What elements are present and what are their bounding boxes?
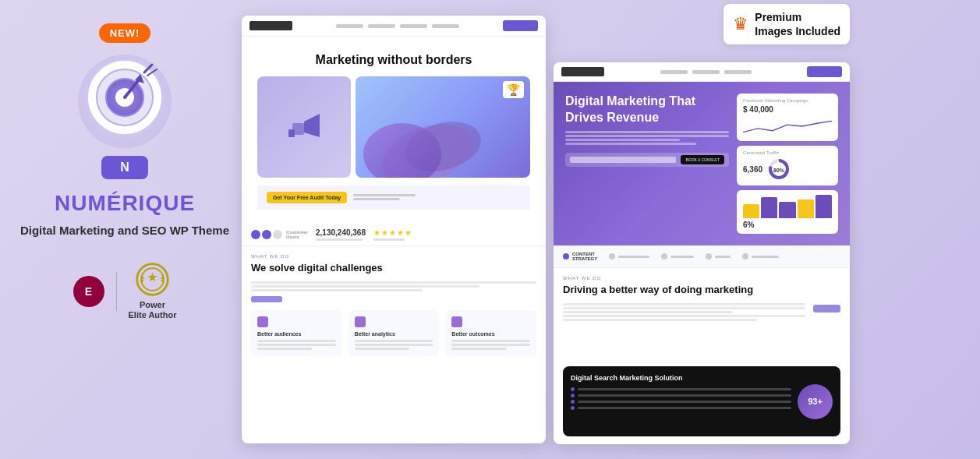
score-circle: 93+ [798, 384, 833, 419]
right-content: WHAT WE DO Driving a better way of doing… [554, 268, 850, 366]
elementor-badge: E [73, 276, 104, 307]
right-content-text-left [563, 303, 805, 321]
right-dark-section: Digital Search Marketing Solution [563, 366, 840, 436]
stat-item-1: CONTENTSTRATEGY [563, 252, 597, 261]
desc-line [565, 143, 696, 145]
mockup-nav [242, 16, 546, 37]
hero-image-right: 🏆 [356, 76, 530, 178]
premium-text: Premium Images Included [755, 10, 840, 38]
mockup-logo [249, 21, 292, 30]
center-what-we-do: WHAT WE DO We solve digital challenges [242, 246, 546, 310]
cta-line1 [353, 194, 416, 196]
read-more-btn[interactable] [251, 296, 282, 302]
list-dot [571, 406, 575, 410]
features-row: Better audiences Better analytics Be [242, 310, 546, 364]
stat-big-number: 2,130,240,368 [316, 228, 366, 237]
feature-title: Better analytics [355, 331, 433, 337]
svg-point-17 [399, 114, 486, 178]
stat-label: CONTENTSTRATEGY [572, 252, 597, 261]
star-rating: ★★★★★ [373, 228, 412, 237]
mockup-nav-cta [503, 20, 538, 31]
list-text [578, 407, 791, 409]
center-hero-images: 🏆 [257, 76, 530, 178]
dark-list-item [571, 406, 791, 410]
feature-card-2: Better analytics [348, 310, 440, 356]
desc-line [251, 281, 536, 284]
bar [743, 204, 759, 218]
feature-desc [355, 340, 433, 350]
right-hero-desc [565, 131, 729, 145]
content-line [563, 303, 805, 305]
list-dot [571, 387, 575, 391]
feature-icon [355, 316, 366, 327]
desc-line [251, 285, 479, 288]
metric-title-1: Facebook Marketing Campaign [743, 98, 832, 103]
left-panel: NEW! [16, 16, 234, 320]
bar [815, 195, 832, 218]
hero-cta-strip: Get Your Free Audit Today [257, 185, 530, 210]
dark-title: Digital Search Marketing Solution [571, 374, 791, 383]
right-section-title: Driving a better way of doing marketing [563, 284, 840, 297]
section-title: We solve digital challenges [251, 262, 536, 275]
stat-line [715, 256, 731, 258]
cta-yellow-button[interactable]: Get Your Free Audit Today [267, 192, 347, 203]
brand-name: NUMÉRIQUE [55, 191, 195, 216]
metric-value-2: 6,360 [743, 165, 762, 174]
donut-chart: 80% [767, 157, 791, 181]
learn-more-btn[interactable] [813, 305, 840, 312]
center-stats-bar: CustomerUsers 2,130,240,368 ★★★★★ [242, 224, 546, 246]
right-mockup: Digital Marketing That Drives Revenue BO… [554, 62, 850, 444]
bar [779, 202, 795, 218]
right-mockup-logo [561, 67, 604, 76]
right-nav-cta [807, 66, 842, 77]
stat-group-avatars: CustomerUsers [251, 230, 308, 239]
stat-line [670, 256, 694, 258]
right-nav-items [609, 70, 802, 74]
dark-section-right: 93+ [798, 374, 833, 429]
metric-row-2: 6,360 80% [743, 157, 832, 181]
stat-item-5 [742, 253, 779, 260]
dark-list-item [571, 400, 791, 404]
dark-list-item [571, 387, 791, 391]
avatar-dot [262, 230, 271, 239]
avatar-dot [251, 230, 260, 239]
stat-dot [706, 253, 712, 260]
stat-dot [609, 253, 615, 260]
crown-icon: ♛ [733, 14, 748, 34]
svg-text:80%: 80% [773, 168, 785, 173]
email-placeholder [570, 157, 676, 163]
chart-svg [743, 117, 832, 136]
section-label: WHAT WE DO [251, 254, 536, 259]
right-panel: ♛ Premium Images Included Digital M [554, 16, 850, 444]
feature-icon [257, 316, 268, 327]
right-hero-section: Digital Marketing That Drives Revenue BO… [554, 82, 850, 245]
right-hero-cards: Facebook Marketing Campaign $ 40,000 Gen… [737, 94, 838, 234]
list-text [578, 401, 791, 403]
nav-item [692, 70, 720, 74]
stat-label-small: CustomerUsers [286, 230, 308, 239]
bottom-badges: E PowerElite Author [73, 262, 177, 320]
desc-line [565, 135, 729, 137]
stat-line [618, 256, 649, 258]
cta-line2 [353, 198, 400, 200]
dark-list [571, 387, 791, 410]
desc-line [251, 289, 423, 291]
center-hero-title: Marketing without borders [257, 52, 530, 69]
nav-item [336, 24, 363, 28]
feature-title: Better audiences [257, 331, 336, 337]
elite-icon [135, 262, 170, 297]
elementor-letter: E [85, 285, 92, 298]
consult-button[interactable]: BOOK A CONSULT [681, 155, 724, 164]
stat-dot [563, 253, 569, 260]
stat-sub-line [316, 238, 363, 241]
elite-author: PowerElite Author [129, 262, 177, 320]
bar [798, 199, 814, 218]
right-hero-title: Digital Marketing That Drives Revenue [565, 94, 729, 126]
desc-line [565, 139, 680, 141]
dark-section-left: Digital Search Marketing Solution [571, 374, 791, 429]
nav-item [432, 24, 459, 28]
list-dot [571, 394, 575, 397]
feature-card-1: Better audiences [251, 310, 342, 356]
feature-line [451, 348, 506, 350]
metric-card-2: Generated Traffic 6,360 80% [737, 146, 838, 185]
